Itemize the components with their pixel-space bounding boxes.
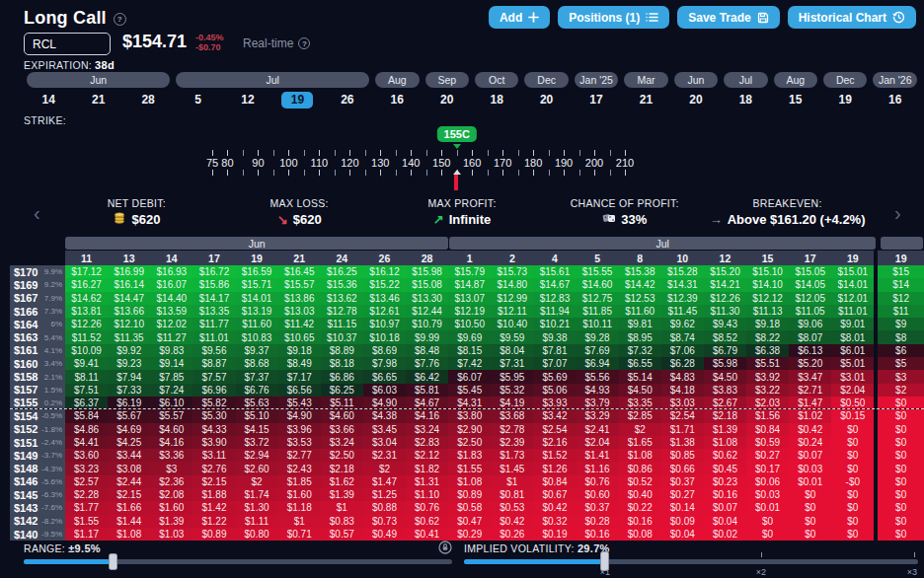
heatmap-cell[interactable]: $2.54 [661, 409, 704, 422]
heatmap-cell[interactable]: $1.77 [65, 501, 108, 514]
heatmap-cell[interactable]: $2.54 [533, 423, 576, 436]
heatmap-cell[interactable]: $10.40 [491, 318, 533, 330]
heatmap-cell[interactable]: $2.50 [321, 449, 363, 462]
heatmap-cell[interactable]: $10.50 [448, 318, 491, 330]
heatmap-cell[interactable]: $2 [619, 423, 661, 436]
heatmap-cell[interactable]: $11.60 [619, 305, 661, 318]
heatmap-cell[interactable]: $3.79 [577, 397, 619, 408]
heatmap-cell[interactable]: $0.53 [491, 501, 533, 514]
heatmap-cell[interactable]: $8.04 [491, 344, 533, 357]
heatmap-cell[interactable]: $15.73 [491, 265, 533, 278]
heatmap-cell[interactable]: $9.59 [491, 330, 533, 343]
heatmap-cell[interactable]: $14.62 [65, 292, 108, 305]
heatmap-cell[interactable]: $1.55 [65, 515, 108, 528]
heatmap-cell[interactable]: $16.59 [236, 265, 278, 278]
heatmap-cell[interactable]: $0.89 [448, 488, 491, 501]
heatmap-cell[interactable]: $1.65 [619, 436, 661, 449]
expiration-date-6[interactable]: 26 [332, 92, 363, 108]
heatmap-cell[interactable]: $15 [878, 265, 924, 278]
heatmap-cell[interactable]: $14.80 [491, 278, 533, 291]
heatmap-cell[interactable]: $0.45 [704, 462, 746, 474]
heatmap-cell[interactable]: $7.94 [108, 370, 150, 383]
heatmap-cell[interactable]: $0 [789, 501, 831, 514]
heatmap-cell[interactable]: $9.38 [533, 330, 576, 343]
heatmap-cell[interactable]: $8.15 [448, 344, 491, 357]
heatmap-cell[interactable]: $1.22 [192, 515, 235, 528]
heatmap-cell[interactable]: $0.59 [746, 436, 789, 449]
strike-ruler[interactable]: 7580901001101201301401501601701801902002… [0, 126, 924, 195]
month-pill-aug[interactable]: Aug [375, 72, 419, 88]
heatmap-cell[interactable]: $0.37 [661, 475, 704, 488]
heatmap-cell[interactable]: $6.10 [150, 397, 192, 408]
heatmap-cell[interactable]: $14.01 [831, 278, 874, 291]
heatmap-cell[interactable]: $5 [878, 357, 924, 370]
heatmap-cell[interactable]: $2.12 [406, 449, 448, 462]
heatmap-cell[interactable]: $5.57 [150, 409, 192, 422]
heatmap-cell[interactable]: $0.76 [577, 475, 619, 488]
heatmap-cell[interactable]: $2.90 [448, 423, 491, 436]
heatmap-cell[interactable]: $0.16 [577, 528, 619, 541]
heatmap-cell[interactable]: $7.98 [363, 357, 406, 370]
heatmap-cell[interactable]: $7.37 [236, 370, 278, 383]
month-pill-dec[interactable]: Dec [524, 72, 568, 88]
heatmap-cell[interactable]: $4.25 [108, 436, 150, 449]
heatmap-cell[interactable]: $0.85 [661, 449, 704, 462]
heatmap-cell[interactable]: $1.38 [661, 436, 704, 449]
heatmap-cell[interactable]: $4.90 [363, 397, 406, 408]
heatmap-cell[interactable]: $4.38 [363, 409, 406, 422]
heatmap-cell[interactable]: $3 [150, 462, 192, 474]
heatmap-cell[interactable]: $12 [878, 292, 924, 305]
heatmap-cell[interactable]: $10.18 [363, 330, 406, 343]
heatmap-cell[interactable]: $14.87 [448, 278, 491, 291]
heatmap-cell[interactable]: $0.86 [619, 462, 661, 474]
heatmap-cell[interactable]: $2.77 [278, 449, 321, 462]
heatmap-cell[interactable]: $12.53 [619, 292, 661, 305]
month-pill-jul[interactable]: Jul [724, 72, 767, 88]
heatmap-cell[interactable]: $0.49 [363, 528, 406, 541]
heatmap-cell[interactable]: $6.79 [704, 344, 746, 357]
heatmap-cell[interactable]: $3.36 [150, 449, 192, 462]
heatmap-cell[interactable]: $6.96 [192, 384, 235, 397]
heatmap-cell[interactable]: $0.07 [789, 449, 831, 462]
heatmap-cell[interactable]: $1.62 [321, 475, 363, 488]
heatmap-cell[interactable]: $0 [789, 528, 831, 541]
heatmap-cell[interactable]: $9.56 [192, 344, 235, 357]
heatmap-cell[interactable]: $2.94 [236, 449, 278, 462]
heatmap-cell[interactable]: $0.42 [491, 515, 533, 528]
heatmap-cell[interactable]: $10.79 [406, 318, 448, 330]
heatmap-cell[interactable]: $1.30 [236, 501, 278, 514]
heatmap-cell[interactable]: $15.38 [619, 265, 661, 278]
heatmap-cell[interactable]: $15.61 [533, 265, 576, 278]
heatmap-cell[interactable]: $0 [831, 449, 874, 462]
heatmap-cell[interactable]: $11 [878, 305, 924, 318]
heatmap-cell[interactable]: $3.83 [704, 384, 746, 397]
heatmap-cell[interactable]: $14.21 [704, 278, 746, 291]
heatmap-cell[interactable]: $5.14 [619, 370, 661, 383]
heatmap-cell[interactable]: $0 [878, 515, 924, 528]
strike-badge[interactable]: 155C [437, 126, 477, 142]
heatmap-cell[interactable]: $2.50 [448, 436, 491, 449]
heatmap-cell[interactable]: $1 [491, 475, 533, 488]
heatmap-cell[interactable]: $0 [746, 515, 789, 528]
heatmap-cell[interactable]: $14.01 [236, 292, 278, 305]
heatmap-cell[interactable]: $0.83 [321, 515, 363, 528]
heatmap-cell[interactable]: $0.16 [619, 515, 661, 528]
heatmap-cell[interactable]: $6.86 [321, 370, 363, 383]
ticker-input[interactable]: RCL [24, 33, 111, 55]
heatmap-cell[interactable]: $3.11 [192, 449, 235, 462]
heatmap-cell[interactable]: $1 [321, 501, 363, 514]
heatmap-cell[interactable]: $7.69 [577, 344, 619, 357]
heatmap-cell[interactable]: $1.66 [108, 501, 150, 514]
heatmap-cell[interactable]: $6.25 [321, 384, 363, 397]
heatmap-cell[interactable]: $4.16 [150, 436, 192, 449]
heatmap-cell[interactable]: $0.76 [406, 501, 448, 514]
heatmap-cell[interactable]: $0.47 [448, 515, 491, 528]
heatmap-cell[interactable]: $9.41 [65, 357, 108, 370]
heatmap-cell[interactable]: $0.80 [236, 528, 278, 541]
heatmap-cell[interactable]: $5.43 [278, 397, 321, 408]
heatmap-cell[interactable]: $11.52 [65, 330, 108, 343]
heatmap-cell[interactable]: $9.28 [577, 330, 619, 343]
heatmap-cell[interactable]: $11.35 [108, 330, 150, 343]
month-pill-jun[interactable]: Jun [27, 72, 170, 88]
heatmap-cell[interactable]: $13.46 [363, 292, 406, 305]
